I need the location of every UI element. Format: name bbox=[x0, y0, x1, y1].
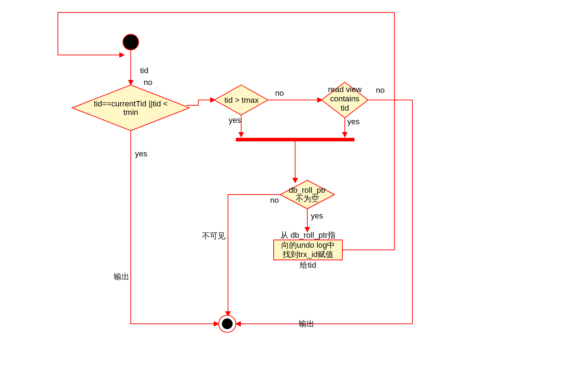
d3-yes-label: yes bbox=[347, 117, 359, 126]
action-undo: 从 db_roll_ptr指 向的undo log中 找到trx_id赋值 给t… bbox=[274, 231, 342, 270]
decision-d1: tid==currentTid ||tid < tmin bbox=[72, 85, 189, 131]
svg-text:db_roll_ptr: db_roll_ptr bbox=[289, 186, 326, 195]
svg-text:给tid: 给tid bbox=[300, 261, 316, 270]
d1-yes-near-label: yes bbox=[135, 149, 147, 158]
edge-action-loop-back bbox=[58, 12, 394, 250]
svg-text:向的undo log中: 向的undo log中 bbox=[281, 241, 335, 250]
initial-node bbox=[123, 34, 139, 50]
flowchart: tid tid==currentTid ||tid < tmin no tid … bbox=[0, 0, 586, 392]
svg-point-0 bbox=[123, 34, 139, 50]
d2-yes-label: yes bbox=[229, 116, 241, 125]
join-bar bbox=[236, 138, 354, 141]
svg-text:不为空: 不为空 bbox=[296, 194, 319, 203]
d4-no-label: no bbox=[270, 196, 279, 205]
d1-yes-output-label: 输出 bbox=[114, 272, 129, 281]
svg-text:tid > tmax: tid > tmax bbox=[224, 96, 259, 105]
svg-text:tid==currentTid ||tid <: tid==currentTid ||tid < bbox=[94, 99, 168, 108]
d3-no-output-label: 输出 bbox=[299, 319, 314, 328]
edge-d4-no-to-end bbox=[228, 195, 280, 316]
svg-text:从 db_roll_ptr指: 从 db_roll_ptr指 bbox=[280, 231, 336, 240]
svg-text:tmin: tmin bbox=[123, 108, 138, 117]
svg-text:找到trx_id赋值: 找到trx_id赋值 bbox=[282, 250, 333, 259]
svg-text:read view: read view bbox=[328, 85, 362, 94]
d4-no-invisible-label: 不可见 bbox=[202, 231, 225, 240]
d2-no-label: no bbox=[275, 89, 284, 97]
tid-label: tid bbox=[140, 66, 148, 75]
decision-d4: db_roll_ptr 不为空 bbox=[280, 180, 334, 209]
edge-d1-yes-to-end bbox=[131, 131, 219, 324]
final-node bbox=[219, 315, 236, 332]
edge-d3-no-to-end bbox=[236, 100, 412, 324]
svg-text:contains: contains bbox=[330, 94, 359, 103]
svg-point-19 bbox=[222, 318, 233, 329]
decision-d3: read view contains tid bbox=[322, 82, 368, 118]
svg-text:tid: tid bbox=[341, 104, 349, 112]
decision-d2: tid > tmax bbox=[214, 85, 268, 115]
edge-d1-to-d2 bbox=[187, 100, 215, 105]
d4-yes-label: yes bbox=[311, 211, 323, 220]
d1-no-label: no bbox=[144, 78, 152, 87]
d3-no-label: no bbox=[376, 86, 384, 95]
